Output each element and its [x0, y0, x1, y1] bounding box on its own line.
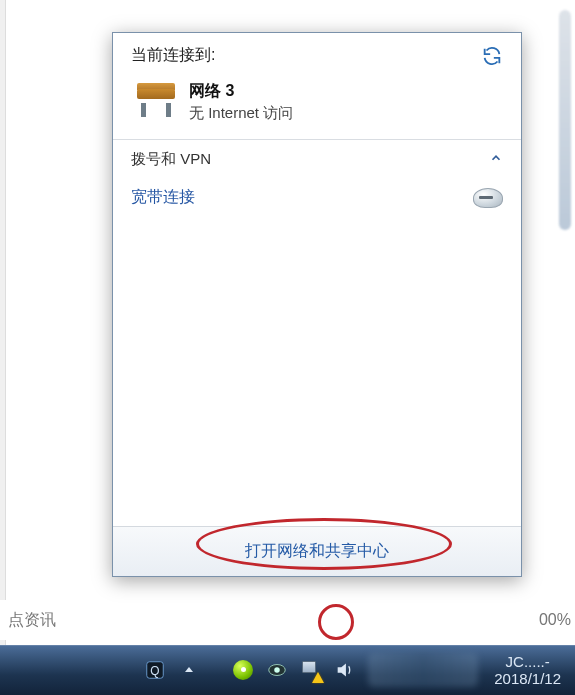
status-strip: 点资讯 00%: [0, 600, 575, 640]
tray-expand-icon[interactable]: [176, 656, 202, 684]
network-name: 网络 3: [189, 81, 293, 102]
modem-icon: [473, 188, 503, 208]
flyout-footer: 打开网络和共享中心: [113, 526, 521, 576]
status-left-text: 点资讯: [8, 610, 56, 631]
tray-eye-icon[interactable]: [264, 656, 290, 684]
left-gutter: [0, 0, 6, 695]
network-status: 无 Internet 访问: [189, 104, 293, 123]
dial-vpn-label: 拨号和 VPN: [131, 150, 211, 169]
svg-text:Q: Q: [151, 664, 160, 678]
refresh-icon[interactable]: [481, 45, 503, 71]
current-network-row[interactable]: 网络 3 无 Internet 访问: [131, 81, 503, 123]
clock-date: 2018/1/12: [494, 670, 561, 687]
dial-vpn-header[interactable]: 拨号和 VPN: [113, 140, 521, 175]
flyout-title: 当前连接到:: [131, 45, 215, 66]
open-network-center-link[interactable]: 打开网络和共享中心: [245, 542, 389, 559]
taskbar: Q JC.....- 2018/1/12: [0, 645, 575, 695]
tray-blurred-area: [368, 653, 479, 687]
tray-q-icon[interactable]: Q: [142, 656, 168, 684]
chevron-up-icon: [489, 151, 503, 168]
zoom-level: 00%: [539, 611, 571, 629]
network-flyout: 当前连接到: 网络 3 无 Internet 访问 拨号和 VPN: [112, 32, 522, 577]
tray-ball-icon[interactable]: [230, 656, 256, 684]
taskbar-clock[interactable]: JC.....- 2018/1/12: [484, 649, 575, 692]
svg-point-3: [274, 667, 280, 673]
tray-volume-icon[interactable]: [332, 656, 358, 684]
scrollbar[interactable]: [559, 10, 571, 230]
broadband-connection-row[interactable]: 宽带连接: [113, 175, 521, 214]
broadband-label: 宽带连接: [131, 187, 195, 208]
tray-network-icon[interactable]: [298, 656, 324, 684]
clock-time: JC.....-: [494, 653, 561, 670]
bench-icon: [135, 83, 177, 117]
